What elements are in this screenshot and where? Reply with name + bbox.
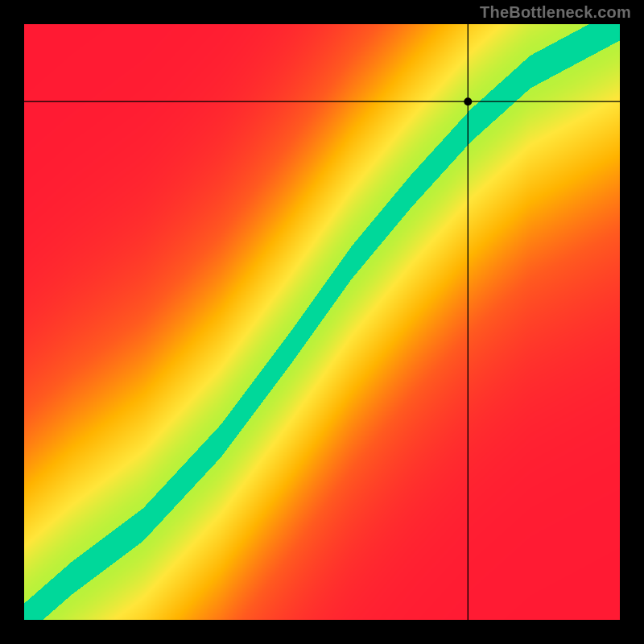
chart-container: TheBottleneck.com: [0, 0, 644, 644]
watermark-text: TheBottleneck.com: [480, 3, 631, 22]
bottleneck-heatmap: [24, 24, 620, 620]
